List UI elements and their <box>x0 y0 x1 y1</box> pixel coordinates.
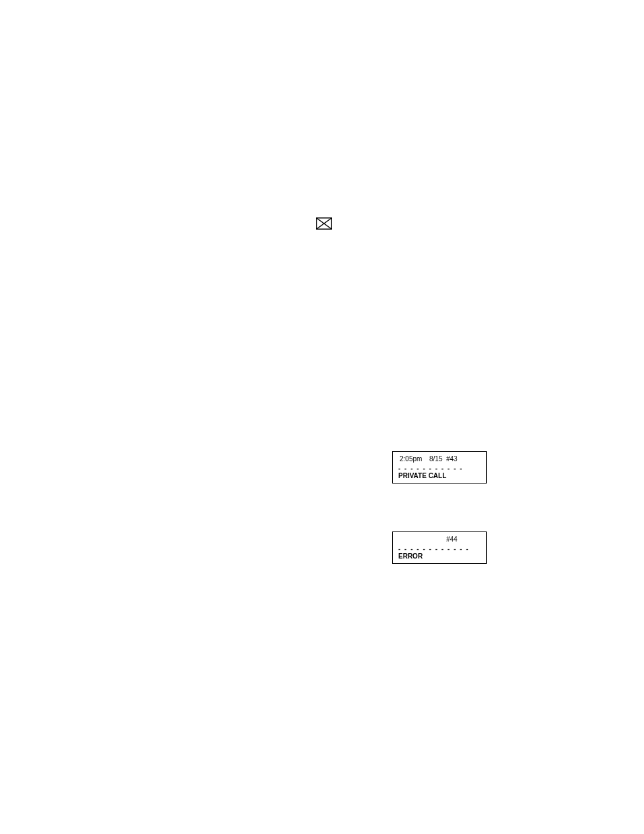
display-dashes: - - - - - - - - - - - - <box>398 546 469 552</box>
call-number: #44 <box>446 536 458 544</box>
caller-id-display-private: 2:05pm 8/15 #43 - - - - - - - - - - - PR… <box>392 451 487 484</box>
display-label: ERROR <box>398 553 423 560</box>
caller-id-display-error: #44 - - - - - - - - - - - - ERROR <box>392 531 487 564</box>
call-number: #43 <box>446 455 458 463</box>
call-time: 2:05pm <box>400 455 422 463</box>
call-date: 8/15 <box>429 455 442 463</box>
envelope-icon <box>316 217 332 230</box>
display-dashes: - - - - - - - - - - - <box>398 465 463 472</box>
display-label: PRIVATE CALL <box>398 473 446 479</box>
